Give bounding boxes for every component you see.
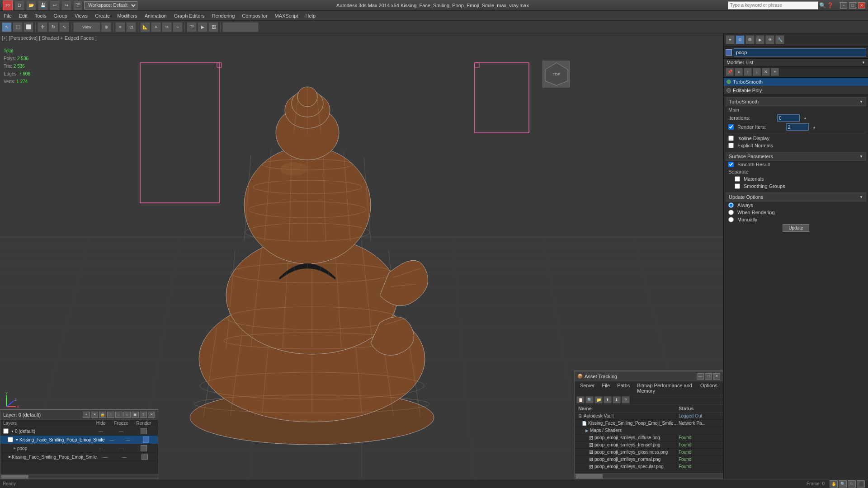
close-button[interactable]: ✕ [858,2,865,9]
asset-menu-options[interactable]: Options [697,382,721,394]
pivot[interactable]: ⊕ [101,22,111,32]
menu-animation[interactable]: Animation [141,11,170,21]
asset-tool-1[interactable]: 📋 [576,396,585,404]
menu-help[interactable]: Help [302,11,320,21]
menu-compositor[interactable]: Compositor [238,11,271,21]
iterations-spinner-up[interactable]: ▲ [803,116,807,120]
maximize-button[interactable]: □ [849,2,856,9]
redo-btn[interactable]: ↪ [61,0,71,10]
asset-tool-3[interactable]: 📁 [594,396,603,404]
scale-tool[interactable]: ⤡ [59,22,69,32]
explicit-normals-checkbox[interactable] [728,143,734,148]
menu-group[interactable]: Group [50,11,71,21]
display-tab[interactable]: 👁 [765,35,774,44]
asset-restore[interactable]: □ [705,373,712,380]
asset-row-vault[interactable]: 🗄 Autodesk Vault Logged Out [575,413,723,420]
menu-maxscript[interactable]: MAXScript [271,11,302,21]
motion-tab[interactable]: ▶ [755,35,764,44]
nav-zoom[interactable]: 🔍 [839,480,847,488]
layers-hscroll[interactable] [0,474,158,479]
modifier-name-input[interactable] [734,48,866,56]
menu-edit[interactable]: Edit [15,11,31,21]
render-small[interactable]: 🎬 [73,0,82,10]
layer-expand-kissing2[interactable]: ▶ [9,455,11,459]
menu-modifiers[interactable]: Modifiers [113,11,141,21]
layer-frz-poop[interactable]: — [110,446,132,451]
menu-tools[interactable]: Tools [31,11,50,21]
layer-move-down[interactable]: ↓ [115,412,123,418]
layer-row-kissing2[interactable]: ▶ Kissing_Face_Smiling_Poop_Emoji_Smile … [0,453,158,461]
asset-menu-paths[interactable]: Paths [613,382,633,394]
layer-check-default[interactable] [3,428,9,434]
render-iters-spinner[interactable]: ▲ [812,125,816,129]
layer-add[interactable]: + [83,412,90,418]
asset-hscroll[interactable] [575,473,723,479]
layer-rnd-kissing[interactable] [137,436,155,443]
create-tab[interactable]: ✦ [726,35,735,44]
layer-rnd-kissing2[interactable] [134,454,155,460]
search-icon[interactable]: 🔍 [819,2,826,9]
asset-tool-2[interactable]: 🔍 [585,396,594,404]
update-options-section[interactable]: Update Options ▼ [726,192,866,202]
layer-row-poop[interactable]: ▶ poop — — [0,444,158,453]
modifier-turbosmo[interactable]: TurboSmooth [724,78,868,86]
asset-tool-5[interactable]: ⬇ [613,396,621,404]
utilities-tab[interactable]: 🔧 [775,35,784,44]
asset-close[interactable]: ✕ [713,373,720,380]
layer-vis-kissing2[interactable]: — [97,455,113,460]
render-scene[interactable]: 🎬 [187,22,197,32]
asset-tool-6[interactable]: ? [622,396,630,404]
viewport-label[interactable]: [+] [Perspective] [ Shaded + Edged Faces… [2,35,97,41]
mod-icon-delete[interactable]: ✕ [762,68,770,76]
layer-row-default[interactable]: ▼ 0 (default) — — [0,427,158,436]
rotate-tool[interactable]: ↻ [48,22,58,32]
layer-check-kissing[interactable] [8,437,13,442]
layer-lock[interactable]: 🔒 [99,412,106,418]
menu-views[interactable]: Views [71,11,91,21]
materials-checkbox[interactable] [735,176,740,182]
menu-rendering[interactable]: Rendering [208,11,239,21]
layer-expand-default[interactable]: ▼ [11,430,14,433]
turbosmo-section[interactable]: TurboSmooth ▼ [726,97,866,106]
layer-frz-kissing[interactable]: — [119,437,137,442]
modifier-editpoly[interactable]: Editable Poly [724,86,868,95]
quick-render[interactable]: ▶ [198,22,208,32]
smooth-result-checkbox[interactable] [728,162,734,167]
layer-vis-default[interactable]: — [92,429,110,434]
select-tool[interactable]: ↖ [2,22,12,32]
asset-row-maps[interactable]: ▶ Maps / Shaders [575,427,723,434]
asset-row-diffuse[interactable]: 🖼 poop_emoji_smileys_diffuse.png Found [575,434,723,441]
smoothing-groups-checkbox[interactable] [735,183,740,189]
menu-file[interactable]: File [0,11,15,21]
layer-rnd-poop[interactable] [132,445,155,451]
asset-row-frensel[interactable]: 🖼 poop_emoji_smileys_frensel.png Found [575,441,723,449]
menu-graph-editors[interactable]: Graph Editors [170,11,208,21]
layer-close[interactable]: ✕ [148,412,155,418]
asset-menu-file[interactable]: File [598,382,613,394]
asset-menu-server[interactable]: Server [576,382,598,394]
minimize-button[interactable]: − [840,2,847,9]
layers-hscroll-thumb[interactable] [1,475,28,479]
window-crossing[interactable]: ⬜ [24,22,33,32]
asset-tool-4[interactable]: ⬆ [604,396,612,404]
asset-minimize[interactable]: — [697,373,704,380]
layer-select-obj[interactable]: ○ [123,412,131,418]
layer-select-layer[interactable]: ▣ [132,412,139,418]
named-sel[interactable]: ⠀⠀⠀⠀⠀⠀⠀ [222,22,259,32]
mod-icon-move-up[interactable]: ↑ [744,68,752,76]
isoline-checkbox[interactable] [728,136,734,141]
layer-rnd-default[interactable] [132,428,155,434]
mod-icon-pin[interactable]: 📌 [726,68,734,76]
percent-snap[interactable]: % [162,22,172,32]
asset-hscroll-thumb[interactable] [576,474,603,479]
layer-expand-kissing[interactable]: ▼ [15,438,19,441]
layer-del[interactable]: ✕ [91,412,98,418]
always-radio[interactable] [728,202,734,208]
ref-coord[interactable]: View [73,22,100,32]
hierarchy-tab[interactable]: ⛃ [745,35,755,44]
nav-orbit[interactable]: ↻ [848,480,856,488]
mod-icon-move-down[interactable]: ↓ [753,68,761,76]
scene-manager[interactable]: 🗂 [126,22,136,32]
open-btn[interactable]: 📂 [26,0,36,10]
asset-row-gloss[interactable]: 🖼 poop_emoji_smileys_glossiness.png Foun… [575,449,723,456]
